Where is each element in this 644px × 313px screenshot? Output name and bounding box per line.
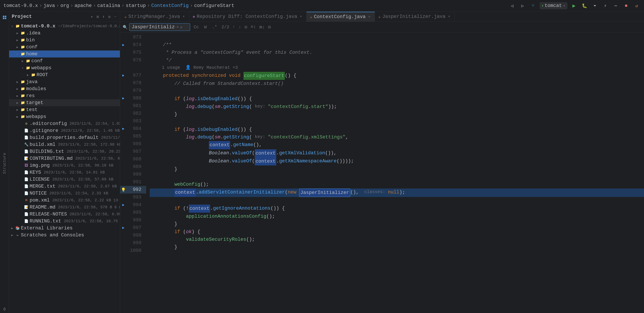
breadcrumb-item[interactable]: ContextConfig	[151, 3, 189, 9]
breadcrumb-item[interactable]: catalina	[97, 3, 120, 9]
tree-item-test[interactable]: ▶ 📁 test	[9, 106, 120, 113]
tree-item-release-notes[interactable]: ▶ 📄 RELEASE-NOTES 2023/11/6, 22:58, 6.99…	[9, 211, 120, 218]
tab-close-button[interactable]: ×	[367, 15, 371, 19]
breadcrumb-item[interactable]: java	[44, 3, 55, 9]
gutter-974	[120, 44, 126, 47]
vcs-icon[interactable]: ⑂	[529, 2, 537, 10]
stop-button[interactable]: ■	[622, 2, 630, 10]
tree-item-root-dir[interactable]: ▶ 📁 ROOT	[9, 71, 120, 78]
tree-item-root[interactable]: ▾ 📁 tomcat-9.0.x ~/IdeaProjects/tomcat-9…	[9, 23, 120, 30]
project-view-icon[interactable]	[1, 14, 8, 21]
profile-button[interactable]: ⚡	[601, 2, 609, 10]
whole-word-button[interactable]: W	[202, 24, 208, 30]
tree-item-img[interactable]: ▶ 🖼 img.png 2023/11/6, 22:58, 90.18 kB	[9, 162, 120, 169]
tree-item-readme[interactable]: ▶ 📝 README.md 2023/11/6, 22:58, 570 B 6 …	[9, 204, 120, 211]
tab-context-config[interactable]: ☕ ContextConfig.java ×	[306, 12, 375, 22]
tab-close-button[interactable]: ×	[182, 15, 186, 19]
linenum-989: 989	[126, 164, 144, 170]
tree-item-contributing[interactable]: ▶ 📝 CONTRIBUTING.md 2023/11/6, 22:58, 6.…	[9, 155, 120, 162]
panel-gear-icon[interactable]: ⊞	[96, 14, 100, 20]
tree-item-license[interactable]: ▶ 📄 LICENSE 2023/11/6, 22:58, 57.09 kB	[9, 176, 120, 183]
search-options-button[interactable]: ≡↕	[249, 24, 257, 31]
tab-repo-diff[interactable]: ⊕ Repository Diff: ContextConfig.java ×	[189, 12, 306, 22]
search-prev-button[interactable]: ↑	[231, 24, 236, 31]
breadcrumb-item[interactable]: startup	[126, 3, 146, 9]
tree-item-home[interactable]: ▾ 📁 home	[9, 51, 120, 58]
tree-item-idea[interactable]: ▶ 📁 .idea	[9, 30, 120, 37]
search-filter-button[interactable]: ⊟	[267, 24, 272, 31]
navigate-back-button[interactable]: ◁	[508, 2, 516, 10]
svg-marker-12	[122, 227, 124, 229]
tree-item-editorconfig[interactable]: ▶ ⚙ .editorconfig 2023/11/6, 22:54, 1.03…	[9, 120, 120, 127]
search-expand-button[interactable]: ⊡	[243, 24, 248, 31]
tab-close-button[interactable]: ×	[447, 15, 451, 19]
code-line-997: if ( ok ) {	[150, 228, 644, 236]
breadcrumb-item[interactable]: tomcat-9.0.x	[4, 3, 38, 9]
search-input[interactable]	[132, 24, 175, 30]
tree-item-build-props[interactable]: ▶ 📄 build.properties.default 2023/11/6, …	[9, 134, 120, 141]
tree-item-conf[interactable]: ▶ 📁 conf	[9, 44, 120, 51]
more-button[interactable]: ⋯	[612, 2, 620, 10]
tree-arrow: ▶	[15, 38, 20, 42]
md-icon: 📝	[24, 205, 29, 210]
code-comment: // Called from StandardContext.start()	[152, 80, 284, 88]
panel-dropdown-arrow[interactable]: ▾	[90, 14, 94, 20]
tree-item-pom[interactable]: ▶ m pom.xml 2023/11/6, 22:58, 2.22 kB 13…	[9, 197, 120, 204]
regex-button[interactable]: .*	[210, 24, 219, 30]
tree-item-webapps[interactable]: ▶ 📁 webapps	[9, 113, 120, 120]
run-button[interactable]: ▶	[570, 2, 578, 10]
panel-settings-icon[interactable]: ⚙	[107, 14, 112, 20]
search-more-button[interactable]: ⊞↕	[258, 24, 266, 31]
tree-item-home-conf[interactable]: ▶ 📁 conf	[9, 58, 120, 65]
coverage-button[interactable]: ☂	[591, 2, 599, 10]
line-993: 993	[120, 193, 146, 201]
tab-jasper-init[interactable]: ☕ JasperInitializer.java ×	[375, 12, 455, 22]
commit-icon[interactable]	[1, 305, 8, 313]
tree-item-modules[interactable]: ▶ 📁 modules	[9, 85, 120, 92]
code-text: (!	[180, 205, 189, 212]
structure-icon[interactable]: Structure	[1, 159, 8, 167]
match-case-button[interactable]: Cc	[192, 24, 200, 30]
tree-item-target[interactable]: ▶ 📁 target	[9, 99, 120, 106]
linenum-988: 988	[126, 157, 144, 162]
navigate-forward-button[interactable]: ▷	[519, 2, 526, 10]
search-next-button[interactable]: ↓	[237, 24, 242, 31]
tree-item-bin[interactable]: ▶ 📁 bin	[9, 37, 120, 44]
debug-button[interactable]: 🐛	[580, 2, 588, 10]
tree-item-build-xml[interactable]: ▶ 🔧 build.xml 2023/11/6, 22:58, 172.98 k…	[9, 141, 120, 148]
search-refresh-icon[interactable]: ↺	[180, 25, 182, 29]
tree-item-keys[interactable]: ▶ 📄 KEYS 2023/11/6, 22:58, 14.01 kB	[9, 169, 120, 176]
tree-arrow: ▶	[15, 108, 20, 112]
panel-minimize-icon[interactable]: −	[113, 14, 117, 19]
restart-button[interactable]: ↺	[633, 2, 640, 10]
tree-item-ext-libs[interactable]: ▶ 📚 External Libraries	[9, 225, 120, 232]
breadcrumb-item[interactable]: org	[60, 3, 69, 9]
tree-item-java[interactable]: ▶ 📁 java	[9, 78, 120, 85]
tree-item-res[interactable]: ▶ 📁 res	[9, 92, 120, 99]
run-config-selector[interactable]: ● tomcat ▾	[540, 2, 568, 9]
panel-sort-icon[interactable]: ⬍	[102, 14, 106, 20]
breadcrumb-item[interactable]: apache	[74, 3, 92, 9]
tab-string-manager[interactable]: ☕ StringManager.java ×	[121, 12, 189, 22]
tree-item-scratches[interactable]: ▶ ✏ Scratches and Consoles	[9, 232, 120, 238]
tree-item-gitignore[interactable]: ▶ 📄 .gitignore 2023/11/6, 22:58, 1.46 kB	[9, 127, 120, 134]
xml-icon: 🔧	[24, 142, 29, 147]
libs-icon: 📚	[15, 226, 20, 230]
tab-close-button[interactable]: ×	[299, 15, 303, 19]
linenum-985: 985	[126, 134, 144, 139]
tree-item-notice[interactable]: ▶ 📄 NOTICE 2023/11/6, 22:54, 2.33 kB	[9, 190, 120, 197]
search-clear-button[interactable]: ×	[176, 25, 179, 29]
code-text: (	[180, 95, 186, 103]
linenum-987: 987	[126, 149, 144, 154]
tree-item-merge[interactable]: ▶ 📄 MERGE.txt 2023/11/6, 22:58, 2.67 kB	[9, 183, 120, 190]
folder-icon: 📁	[26, 66, 30, 70]
line-976: 976	[120, 56, 146, 64]
code-content[interactable]: /** * Process a "contextConfig" event fo…	[146, 33, 644, 313]
tree-item-home-webapps[interactable]: ▾ 📁 webapps	[9, 65, 120, 71]
code-editor[interactable]: 973 974 975 976	[120, 33, 644, 313]
tree-item-building[interactable]: ▶ 📄 BUILDING.txt 2023/11/6, 22:58, 20.23…	[9, 148, 120, 155]
run-config-dot: ●	[542, 4, 543, 8]
code-line-980: if ( log . isDebugEnabled ()) {	[150, 95, 644, 103]
tree-item-running[interactable]: ▶ 📄 RUNNING.txt 2023/11/6, 22:58, 16.75 …	[9, 218, 120, 225]
code-line-995: applicationAnnotationsConfig ();	[150, 213, 644, 220]
